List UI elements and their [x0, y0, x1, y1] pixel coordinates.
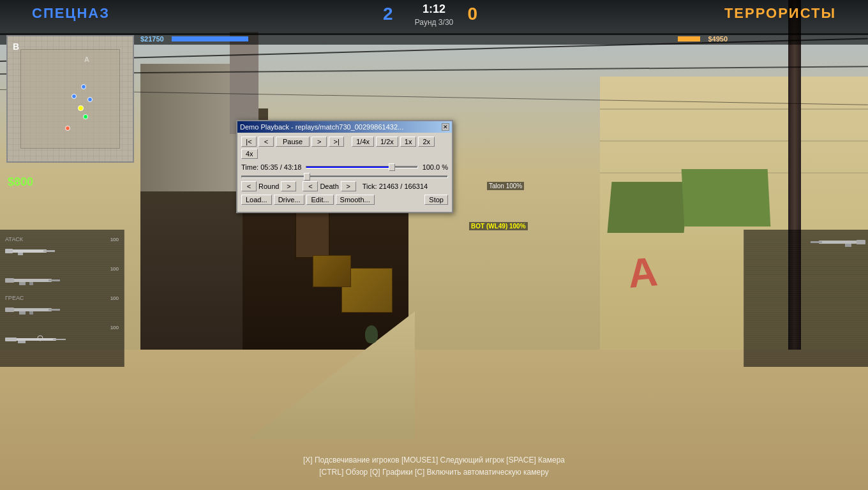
hint-line-2: [CTRL] Обзор [Q] Графики [C] Включить ав… [303, 466, 565, 479]
demo-titlebar: Demo Playback - replays/match730_0029986… [237, 121, 452, 133]
minimap: B A [6, 35, 134, 163]
svg-rect-11 [49, 309, 60, 311]
demo-content: |< < Pause > >| 1/4x 1/2x 1x 2x 4x Time:… [237, 133, 452, 212]
talon-label: Talon 100% [487, 182, 524, 190]
ct-player-2-name [5, 265, 7, 272]
weapon-awp [5, 333, 121, 347]
demo-death-next-btn[interactable]: > [341, 181, 356, 191]
demo-action-row: Load... Drive... Edit... Smooth... Stop [241, 195, 448, 205]
demo-skip-start-btn[interactable]: |< [241, 137, 257, 147]
demo-title: Demo Playback - replays/match730_0029986… [240, 123, 403, 131]
demo-tick-slider[interactable] [241, 175, 448, 178]
graffiti-a: A [626, 248, 659, 297]
demo-tick-label: Tick: 21463 / 166314 [363, 182, 428, 190]
svg-rect-21 [811, 241, 822, 243]
demo-skip-end-btn[interactable]: >| [329, 137, 344, 147]
player-bot [365, 325, 378, 343]
minimap-label-b: B [13, 41, 19, 52]
minimap-background: B A [8, 36, 133, 161]
ct-player-3-health: 100 [110, 295, 119, 301]
demo-nav-row: < Round > < Death > Tick: 21463 / 166314 [241, 181, 448, 191]
t-player-1-dot [65, 126, 70, 131]
svg-rect-4 [8, 279, 52, 282]
svg-rect-7 [19, 282, 26, 285]
demo-stop-btn[interactable]: Stop [424, 195, 448, 205]
canopy-2 [682, 169, 771, 226]
demo-tick-thumb[interactable] [304, 173, 310, 181]
weapon-t-ak47 [808, 236, 865, 250]
demo-speed-2-btn[interactable]: 2x [418, 137, 435, 147]
t-score: 0 [467, 4, 477, 24]
demo-slider-thumb[interactable] [389, 163, 395, 171]
demo-speed-1-btn[interactable]: 1x [400, 137, 417, 147]
svg-rect-2 [43, 250, 55, 252]
demo-time-label: Time: 05:35 / 43:18 [241, 163, 301, 171]
bot-label: BOT (WL49) 100% [469, 222, 528, 230]
demo-speed-percent: 100.0 % [423, 163, 448, 171]
ct-player-1-name: АТАСК [5, 236, 23, 242]
demo-prev-btn[interactable]: < [258, 137, 274, 147]
demo-death-label: Death [320, 182, 338, 190]
hint-line-1: [X] Подсвечивание игроков [MOUSE1] Следу… [303, 454, 565, 466]
demo-window: Demo Playback - replays/match730_0029986… [236, 120, 453, 213]
demo-drive-btn[interactable]: Drive... [274, 195, 305, 205]
ct-player-4-name [5, 324, 7, 330]
weapon-ak47-2 [5, 304, 121, 318]
t-money: $4950 [708, 35, 868, 43]
t-team-name: ТЕРРОРИСТЫ [724, 5, 836, 22]
ct-player-1-dot [81, 84, 86, 89]
demo-time-row: Time: 05:35 / 43:18 100.0 % [241, 162, 448, 172]
svg-rect-13 [29, 311, 33, 315]
svg-rect-6 [49, 279, 60, 281]
t-player-list [744, 230, 868, 260]
demo-speed-05-btn[interactable]: 1/2x [376, 137, 398, 147]
demo-speed-4-btn[interactable]: 4x [241, 149, 258, 159]
demo-load-btn[interactable]: Load... [241, 195, 272, 205]
demo-slider-fill [306, 167, 391, 168]
demo-tick-row [241, 175, 448, 178]
ct-score: 2 [383, 4, 393, 24]
demo-close-button[interactable]: ✕ [442, 123, 449, 131]
svg-rect-15 [5, 338, 17, 341]
demo-smooth-btn[interactable]: Smooth... [336, 195, 375, 205]
demo-round-prev-btn[interactable]: < [241, 181, 257, 191]
svg-rect-3 [18, 253, 23, 255]
ct-player-row-1: АТАСК 100 [3, 235, 121, 244]
demo-progress-slider[interactable] [306, 162, 417, 172]
timer: 1:12 [423, 3, 445, 16]
ct-player-2-health: 100 [110, 266, 119, 272]
top-hud: СПЕЦНАЗ 2 1:12 Раунд 3/30 0 ТЕРРОРИСТЫ [0, 0, 868, 35]
crate-2 [313, 255, 351, 287]
svg-rect-5 [5, 278, 14, 283]
demo-round-next-btn[interactable]: > [281, 181, 296, 191]
ct-player-row-2: 100 [3, 264, 121, 273]
ct-money-fill [172, 36, 248, 41]
demo-next-btn[interactable]: > [311, 137, 327, 147]
player-money: $800 [8, 175, 33, 189]
demo-transport-row: |< < Pause > >| 1/4x 1/2x 1x 2x 4x [241, 137, 448, 159]
demo-edit-btn[interactable]: Edit... [306, 195, 333, 205]
demo-pause-btn[interactable]: Pause [276, 137, 310, 147]
demo-round-label: Round [258, 182, 279, 190]
ct-player-3-name: ГРЕАС [5, 295, 24, 301]
t-money-fill [678, 36, 700, 41]
demo-slider-track [306, 166, 417, 168]
svg-rect-20 [857, 240, 865, 244]
canopy-1 [608, 182, 689, 233]
ct-player-list: АТАСК 100 100 ГРЕАС [0, 230, 124, 357]
ct-player-row-3: ГРЕАС 100 [3, 293, 121, 302]
t-player-panel [744, 230, 868, 367]
svg-rect-10 [5, 308, 14, 312]
minimap-area [20, 49, 120, 149]
svg-rect-22 [845, 244, 851, 247]
bottom-hints: [X] Подсвечивание игроков [MOUSE1] Следу… [303, 454, 565, 479]
svg-rect-1 [5, 249, 13, 253]
ct-player-1-health: 100 [110, 237, 119, 242]
ct-player-row-4: 100 [3, 323, 121, 332]
chimney [230, 32, 258, 134]
demo-speed-025-btn[interactable]: 1/4x [352, 137, 374, 147]
ct-player-4-dot [78, 105, 84, 111]
svg-rect-19 [819, 241, 862, 244]
svg-rect-8 [29, 282, 33, 285]
demo-death-prev-btn[interactable]: < [303, 181, 318, 191]
